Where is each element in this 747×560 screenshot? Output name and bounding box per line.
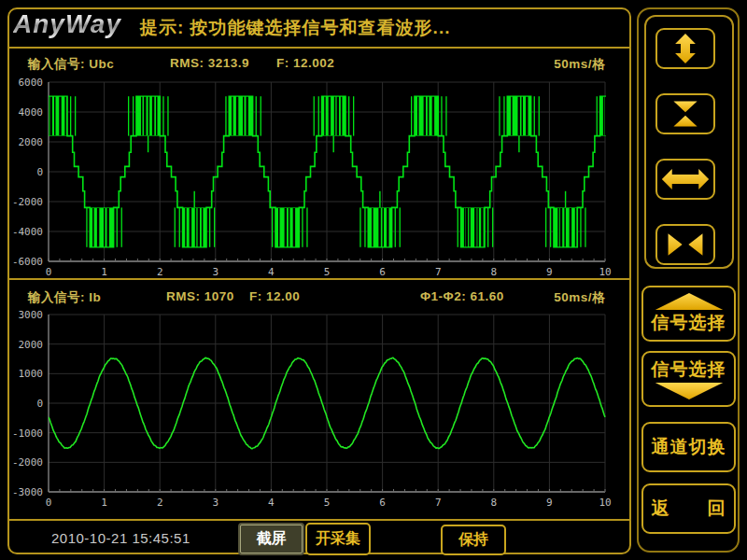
pwm-pulse — [272, 207, 273, 246]
pwm-notch — [432, 97, 434, 135]
x-axis-tick-label: 3 — [212, 497, 218, 509]
x-axis-tick-label: 7 — [435, 497, 442, 509]
pwm-notch — [293, 208, 295, 246]
pwm-pulse — [348, 96, 349, 135]
pwm-notch — [64, 97, 66, 135]
pwm-pulse — [70, 96, 71, 135]
pwm-pulse — [314, 96, 315, 135]
signal-select-up-button[interactable]: 信号选择 — [641, 286, 736, 342]
pwm-pulse — [458, 207, 458, 246]
compress-horizontal-icon — [661, 228, 710, 261]
pwm-notch — [560, 208, 562, 246]
pwm-deep-spike — [379, 191, 380, 208]
pwm-notch — [341, 97, 343, 135]
pwm-pulse — [441, 96, 442, 135]
x-axis-tick-label: 1 — [101, 497, 107, 509]
back-label: 返 回 — [652, 497, 726, 521]
screenshot-button[interactable]: 截屏 — [240, 525, 303, 553]
y-axis-tick-label: 2000 — [19, 339, 44, 351]
pwm-notch — [616, 97, 618, 135]
y-axis-tick-label: 0 — [36, 398, 43, 410]
pwm-notch — [329, 97, 331, 135]
timestamp: 2010-10-21 15:45:51 — [51, 530, 190, 546]
x-axis-tick-label: 9 — [546, 266, 553, 278]
x-axis-tick-label: 4 — [268, 497, 275, 509]
zoom-compress-vertical-button[interactable] — [655, 93, 715, 134]
x-axis-tick-label: 8 — [490, 497, 497, 509]
waveform-plot-ib: 3000200010000-1000-2000-3000012345678910 — [7, 280, 631, 520]
pwm-notch — [424, 97, 426, 135]
signal-select-label: 信号选择 — [652, 311, 726, 335]
x-axis-tick-label: 0 — [46, 497, 52, 509]
pwm-pulse — [359, 207, 360, 246]
rms-readout: RMS: 1070 — [166, 289, 234, 303]
pwm-notch — [285, 208, 287, 246]
pwm-notch — [372, 208, 374, 246]
hold-button[interactable]: 保持 — [441, 525, 506, 555]
y-axis-tick-label: -4000 — [12, 226, 43, 238]
pwm-notch — [464, 208, 466, 246]
chart-panel-ubc: 6000400020000-2000-4000-6000012345678910… — [7, 49, 631, 279]
pwm-pulse — [133, 96, 134, 135]
pwm-notch — [428, 97, 430, 135]
pwm-notch — [190, 208, 191, 246]
pwm-notch — [466, 208, 468, 246]
pwm-pulse — [225, 96, 226, 135]
pwm-deep-spike — [194, 191, 195, 208]
y-axis-tick-label: 4000 — [19, 106, 44, 119]
channel-switch-label: 通道切换 — [652, 435, 726, 459]
pwm-pulse — [499, 96, 500, 135]
pwm-pulse — [400, 207, 401, 246]
x-axis-tick-label: 4 — [268, 266, 275, 278]
x-axis-tick-label: 6 — [379, 266, 386, 278]
pwm-notch — [278, 208, 280, 246]
y-axis-tick-label: 2000 — [19, 136, 44, 148]
signal-label: 输入信号: Ubc — [28, 56, 114, 73]
pwm-notch — [104, 208, 106, 246]
pwm-notch — [144, 97, 146, 135]
pwm-notch — [570, 208, 571, 246]
x-axis-tick-label: 9 — [546, 497, 553, 509]
x-axis-tick-label: 10 — [599, 497, 611, 509]
expand-horizontal-icon — [661, 162, 710, 196]
back-button[interactable]: 返 回 — [641, 483, 736, 534]
pwm-notch — [185, 208, 187, 246]
pwm-notch — [324, 97, 326, 135]
pwm-notch — [605, 97, 607, 135]
pwm-notch — [202, 208, 204, 246]
x-axis-tick-label: 6 — [379, 497, 386, 509]
pwm-pulse — [167, 96, 168, 135]
pwm-pulse — [306, 207, 307, 246]
pwm-deep-spike — [333, 136, 334, 153]
pwm-notch — [337, 97, 339, 135]
timebase-label: 50ms/格 — [554, 56, 605, 73]
pwm-pulse — [121, 207, 122, 246]
pwm-pulse — [86, 207, 87, 246]
x-axis-tick-label: 1 — [101, 266, 107, 278]
zoom-expand-vertical-button[interactable] — [655, 28, 715, 69]
start-acquisition-button[interactable]: 开采集 — [305, 523, 371, 555]
x-axis-tick-label: 0 — [46, 266, 52, 278]
zoom-compress-horizontal-button[interactable] — [655, 224, 715, 265]
zoom-expand-horizontal-button[interactable] — [655, 159, 715, 200]
signal-label: 输入信号: Ib — [28, 289, 101, 306]
pwm-pulse — [534, 96, 535, 135]
triangle-down-icon — [653, 382, 726, 400]
y-axis-tick-label: -2000 — [12, 196, 43, 208]
pwm-pulse — [627, 96, 627, 135]
channel-switch-button[interactable]: 通道切换 — [641, 422, 736, 472]
pwm-pulse — [175, 207, 176, 246]
y-axis-tick-label: -6000 — [12, 256, 43, 268]
pwm-notch — [97, 208, 99, 246]
pwm-notch — [54, 97, 56, 135]
pwm-pulse — [162, 96, 163, 135]
pwm-pulse — [128, 96, 129, 135]
pwm-notch — [148, 97, 150, 135]
pwm-pulse — [585, 207, 585, 246]
pwm-pulse — [445, 96, 446, 135]
pwm-pulse — [503, 96, 504, 135]
rms-readout: RMS: 3213.9 — [170, 56, 249, 70]
pwm-pulse — [492, 207, 493, 246]
signal-select-down-button[interactable]: 信号选择 — [641, 351, 736, 407]
pwm-notch — [387, 208, 388, 246]
